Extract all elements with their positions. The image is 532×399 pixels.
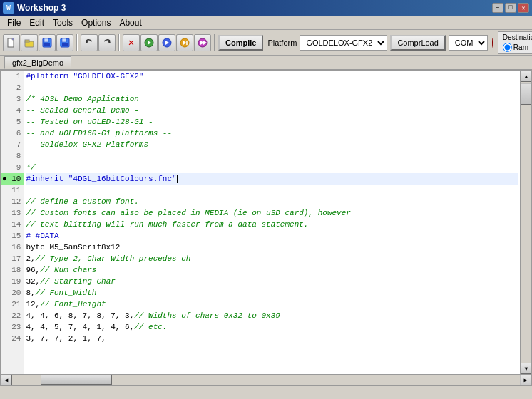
code-line: 4, 4, 6, 8, 7, 8, 7, 3, // Widths of cha…	[26, 310, 518, 321]
scroll-up-button[interactable]: ▲	[521, 71, 531, 82]
window-title: Workshop 3	[17, 3, 66, 13]
line-number: 12	[1, 196, 24, 207]
code-token: */	[26, 162, 35, 173]
destination-radios: Ram Flash	[503, 43, 532, 52]
sep2	[118, 34, 120, 51]
code-token: 32,	[26, 276, 40, 287]
line-number: 20	[1, 287, 24, 299]
menu-edit[interactable]: Edit	[25, 16, 48, 29]
edit-buttons	[81, 34, 116, 51]
scroll-track-v[interactable]	[521, 82, 531, 363]
line-number: 6	[1, 128, 24, 139]
toolbar: ✕ Compile Platform GOLDELOX-GFX2 GOLDELO…	[0, 30, 532, 56]
line-number: 16	[1, 242, 24, 253]
platform-select[interactable]: GOLDELOX-GFX2 GOLDELOX PICASO	[300, 35, 387, 51]
new-button[interactable]	[3, 34, 20, 51]
code-token: // Num chars	[40, 264, 96, 276]
code-line: // text blitting will run much faster fr…	[26, 219, 518, 230]
line-number: 23	[1, 321, 24, 333]
code-line: #inherit "4DGL_16bitColours.fnc"	[26, 173, 518, 185]
code-token: // Starting Char	[40, 276, 116, 287]
maximize-button[interactable]: □	[505, 3, 516, 13]
code-line: -- Scaled General Demo -	[26, 105, 518, 116]
menu-about[interactable]: About	[115, 16, 145, 29]
radio-ram-input[interactable]	[503, 43, 512, 52]
stop-button[interactable]: ✕	[123, 34, 140, 51]
radio-ram-label: Ram	[513, 43, 528, 51]
code-token: // define a custom font.	[26, 196, 138, 207]
svg-rect-7	[62, 38, 66, 42]
code-line: */	[26, 162, 518, 173]
scroll-track-h[interactable]	[12, 375, 520, 386]
code-line: /* 4DSL Demo Application	[26, 93, 518, 105]
scrollbar-vertical[interactable]: ▲ ▼	[520, 71, 531, 374]
undo-button[interactable]	[81, 34, 98, 51]
menu-file[interactable]: File	[3, 16, 25, 29]
svg-rect-4	[44, 38, 48, 42]
code-line: 2, // Type 2, Char Width precedes ch	[26, 253, 518, 264]
svg-rect-5	[44, 43, 50, 46]
line-number: 8	[1, 150, 24, 162]
code-line: byte M5_5anSerif8x12	[26, 242, 518, 253]
line-number: 17	[1, 253, 24, 264]
code-line: // define a custom font.	[26, 196, 518, 207]
redo-button[interactable]	[98, 34, 116, 51]
svg-marker-11	[108, 41, 111, 43]
scroll-thumb-h[interactable]	[41, 375, 112, 385]
code-line	[26, 82, 518, 93]
code-token: // Custom fonts can also be placed in ME…	[26, 207, 350, 219]
text-cursor	[177, 175, 178, 183]
com-select[interactable]: COM 3 COM 1 COM 2	[449, 35, 488, 51]
line-number: 4	[1, 105, 24, 116]
line-numbers: 123456789● 10111213141516171819202122232…	[1, 71, 24, 374]
scroll-down-button[interactable]: ▼	[521, 363, 531, 374]
code-line: # #DATA	[26, 230, 518, 242]
run4-button[interactable]	[194, 34, 211, 51]
line-number: 18	[1, 264, 24, 276]
compile-button[interactable]: Compile	[218, 35, 263, 51]
menu-options[interactable]: Options	[77, 16, 115, 29]
open-button[interactable]	[21, 34, 38, 51]
menu-tools[interactable]: Tools	[48, 16, 77, 29]
save-button[interactable]	[39, 34, 56, 51]
code-token: 8,	[26, 287, 35, 299]
code-line: 96, // Num chars	[26, 264, 518, 276]
run2-button[interactable]	[158, 34, 175, 51]
line-number: 15	[1, 230, 24, 242]
code-token: // Font_Width	[36, 287, 97, 299]
radio-ram[interactable]: Ram	[503, 43, 528, 52]
code-token: -- Scaled General Demo -	[26, 105, 138, 116]
scroll-left-button[interactable]: ◀	[1, 375, 12, 386]
run-buttons: ✕	[123, 34, 211, 51]
line-number: 11	[1, 185, 24, 196]
scroll-thumb-v[interactable]	[521, 83, 531, 105]
code-line: 12, // Font_Height	[26, 299, 518, 310]
code-line: -- and uOLED160-G1 platforms --	[26, 128, 518, 139]
save-all-button[interactable]	[56, 34, 73, 51]
destination-label: Destination	[503, 33, 532, 41]
line-number: ● 10	[1, 173, 24, 185]
code-token: #inherit "4DGL_16bitColours.fnc"	[26, 173, 176, 185]
app-icon: W	[3, 2, 14, 14]
minimize-button[interactable]: –	[492, 3, 503, 13]
editor-tab[interactable]: gfx2_BigDemo	[4, 56, 71, 69]
code-token: 12,	[26, 299, 40, 310]
code-token: 3, 7, 7, 2, 1, 7,	[26, 333, 106, 344]
line-number: 2	[1, 82, 24, 93]
code-token: // Widths of chars 0x32 to 0x39	[134, 310, 280, 321]
sep1	[76, 34, 78, 51]
code-token: # #DATA	[26, 230, 58, 242]
scrollbar-horizontal[interactable]: ◀ ▶	[1, 374, 531, 385]
line-number: 3	[1, 93, 24, 105]
close-button[interactable]: ✕	[518, 3, 529, 13]
code-line: -- Goldelox GFX2 Platforms --	[26, 139, 518, 150]
comprload-button[interactable]: ComprLoad	[390, 35, 445, 51]
code-token: 2,	[26, 253, 35, 264]
scroll-right-button[interactable]: ▶	[520, 375, 531, 386]
run3-button[interactable]	[176, 34, 193, 51]
sep3	[214, 34, 215, 51]
svg-marker-10	[86, 41, 88, 43]
run1-button[interactable]	[140, 34, 158, 51]
code-line: 3, 7, 7, 2, 1, 7,	[26, 333, 518, 344]
code-area[interactable]: #platform "GOLDELOX-GFX2"/* 4DSL Demo Ap…	[24, 71, 520, 374]
